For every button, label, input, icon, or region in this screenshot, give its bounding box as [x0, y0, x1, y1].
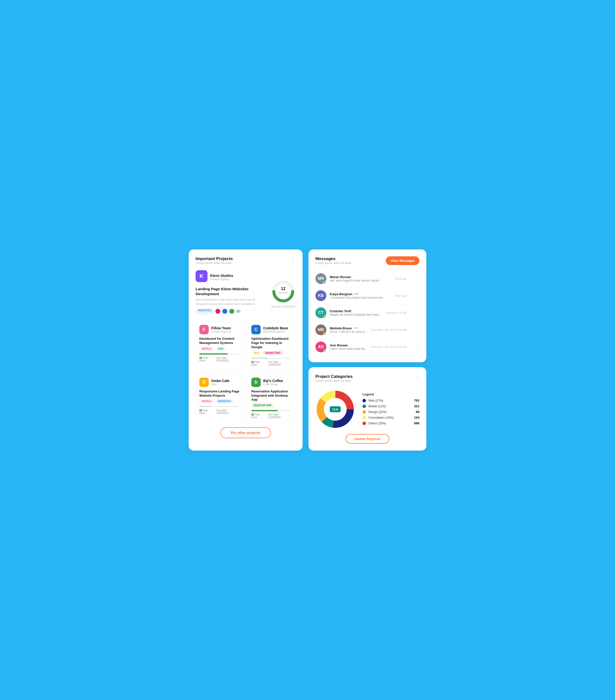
legend-item-web: Web (27%) 763 [362, 399, 419, 402]
msg-text-kaiya: I remember that project due is tomorrow. [330, 296, 391, 299]
ombe-name-wrap: Ombe Cafe Cafe [211, 379, 230, 386]
legend-label-mobile: Mobile (11%) [368, 404, 411, 408]
messages-title: Messages [316, 257, 351, 261]
message-item-maren: MR Maren Rosser Hei, dont forget to clea… [316, 270, 419, 287]
messages-subtitle: Lorem ipsum dolor sit amet [316, 261, 351, 265]
fillow-name-wrap: Fillow Team Creative Agency [211, 326, 231, 333]
featured-donut-chart: 12 Task Done [271, 279, 296, 304]
avatar-1 [215, 308, 221, 314]
mini-projects-grid: F Fillow Team Creative Agency Dashboard … [196, 321, 296, 422]
msg-content-cristofer: Cristofer Torff Maybe we should schedule… [330, 309, 382, 316]
categories-title: Project Categories [316, 374, 353, 379]
biji-logo: b [251, 378, 261, 387]
right-panel: Messages Lorem ipsum dolor sit amet +New… [308, 249, 426, 451]
ombe-progress-wrap [199, 406, 240, 407]
categories-header: Project Categories Lorem ipsum dolor sit… [316, 374, 419, 387]
biji-header: b Biji's Coffee Coffe Shops [251, 378, 292, 387]
fillow-agency: Creative Agency [211, 330, 231, 333]
msg-content-maren: Maren Rosser Hei, dont forget to clear s… [330, 275, 391, 282]
msg-menu-cristofer[interactable]: ⋮ [415, 310, 419, 315]
biji-tags: DESKTOP APP [251, 403, 292, 408]
message-item-kaiya: KB Kaiya Bergson ✔✔ I remember that proj… [316, 287, 419, 304]
tag-mobile-ombe: MOBILE [199, 399, 214, 403]
msg-time-kaiya: 43min ago [395, 295, 407, 297]
biji-task-info: 12 Task Done Due date: 12/05/2020 [251, 413, 292, 418]
biji-title: Reservation Application Integrated with … [251, 389, 292, 402]
legend-label-others: Others (25%) [368, 422, 411, 425]
check-melinda: ✔✔ [353, 326, 358, 330]
categories-donut: 11% [316, 389, 355, 429]
important-projects-card: Important Projects Lorem ipsum dolor sit… [189, 249, 303, 451]
message-item-melinda: MB Melinda Braus ✔✔ Ok sir. I will fix i… [316, 322, 419, 338]
categories-card: Project Categories Lorem ipsum dolor sit… [308, 367, 426, 451]
message-item-cristofer: CT Cristofer Torff Maybe we should sched… [316, 304, 419, 322]
featured-project-left: K Kleon Studios Creative Agency Landing … [196, 270, 267, 317]
categories-menu-icon[interactable]: ⋮ [415, 374, 419, 379]
codebyte-agency: Marketing Agency [263, 330, 288, 333]
tag-mobile-fillow: MOBILE [199, 347, 214, 351]
msg-menu-ann[interactable]: ⋮ [415, 344, 419, 350]
avatar-count: 2+ [236, 310, 241, 313]
pin-button[interactable]: Pin other projects [220, 427, 271, 438]
featured-donut-wrap: 12 Task Done Due date: 12/05/2020 [271, 270, 296, 317]
update-progress-button[interactable]: Update Progress [346, 434, 389, 443]
ombe-task-info: 12 Task Done Due date: 12/05/2020 [199, 409, 240, 414]
double-check-kaiya: ✔✔ [354, 292, 359, 296]
legend-value-mobile: 321 [414, 404, 419, 408]
messages-card: Messages Lorem ipsum dolor sit amet +New… [308, 249, 426, 362]
mini-project-codebyte: C Codebyte Base Marketing Agency Optimiz… [248, 321, 296, 370]
codebyte-logo: C [251, 325, 261, 334]
legend-dot-mobile [362, 404, 366, 408]
msg-menu-maren[interactable]: ⋮ [415, 276, 419, 282]
tag-websites-ombe: WEBSITES [216, 399, 233, 403]
categories-subtitle: Lorem ipsum dolor sit amet [316, 379, 353, 383]
legend-value-design: 69 [416, 410, 419, 414]
svg-text:Task Done: Task Done [279, 292, 288, 294]
featured-desc-main: Landing Page Kleon Websites Development [196, 287, 267, 296]
featured-project: K Kleon Studios Creative Agency Landing … [196, 270, 296, 317]
left-card-title-wrap: Important Projects Lorem ipsum dolor sit… [196, 257, 233, 269]
new-messages-button[interactable]: +New Messages [386, 257, 419, 265]
avatar-melinda: MB [316, 324, 326, 335]
featured-agency: Creative Agency [210, 278, 233, 280]
legend-value-others: 696 [414, 421, 419, 425]
codebyte-progress-fill [251, 358, 268, 359]
msg-menu-melinda[interactable]: ⋮ [415, 327, 419, 333]
legend-label-web: Web (27%) [368, 399, 411, 402]
messages-header: Messages Lorem ipsum dolor sit amet +New… [316, 257, 419, 269]
avatar-cristofer: CT [316, 307, 326, 318]
left-card-menu-icon[interactable]: ⋮ [291, 257, 296, 261]
tag-seo: SEO [251, 351, 261, 355]
ombe-tags: MOBILE WEBSITES [199, 399, 240, 403]
tag-websites: WEBSITES [196, 308, 213, 314]
legend-value-consultation: 154 [414, 416, 419, 420]
fillow-title: Dashboard for Content Management Systems [199, 337, 240, 345]
ombe-title: Responsive Landing Page Website Projects [199, 389, 240, 398]
categories-title-wrap: Project Categories Lorem ipsum dolor sit… [316, 374, 353, 387]
msg-name-kaiya: Kaiya Bergson ✔✔ [330, 292, 391, 296]
avatar-group: 2+ [215, 308, 241, 314]
tag-cms-fillow: CMS [216, 347, 226, 351]
codebyte-name-wrap: Codebyte Base Marketing Agency [263, 326, 288, 333]
tag-desktop-biji: DESKTOP APP [251, 403, 274, 408]
message-item-ann: AR Ann Rosser I don't know where that fi… [316, 338, 419, 355]
legend-item-consultation: Consultation (15%) 154 [362, 416, 419, 420]
msg-name-maren: Maren Rosser [330, 275, 391, 279]
legend-value-web: 763 [414, 399, 419, 402]
msg-time-ann: December 12th, 2020 10:24 AM [372, 346, 407, 348]
legend-title: Legend [362, 392, 419, 396]
msg-text-melinda: Ok sir. I will fix it as soon as possibl… [330, 330, 368, 334]
ombe-progress-fill [199, 406, 211, 407]
avatar-3 [229, 308, 235, 314]
online-indicator-ann [323, 350, 326, 352]
biji-progress-fill [251, 410, 278, 411]
msg-content-melinda: Melinda Braus ✔✔ Ok sir. I will fix it a… [330, 326, 368, 334]
codebyte-title: Optimization Dashboard Page for indexing… [251, 337, 292, 349]
fillow-task-done: 12 Task Done [199, 357, 214, 362]
avatar-kaiya: KB [316, 290, 326, 301]
msg-text-cristofer: Maybe we should schedule that meeting [330, 313, 382, 316]
msg-menu-kaiya[interactable]: ⋮ [415, 293, 419, 298]
codebyte-progress-wrap [251, 358, 292, 359]
biji-due: Due date: 12/05/2020 [268, 413, 292, 418]
featured-logo: K [196, 270, 208, 282]
